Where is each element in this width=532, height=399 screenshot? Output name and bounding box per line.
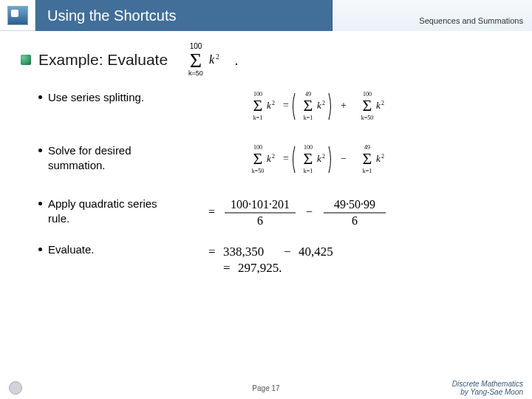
math-split: 100 Σ k=1 k2 = 49 Σ k=1 k2 + [179, 90, 517, 123]
bullet-dot-icon [38, 95, 42, 99]
bullet-icon [21, 55, 31, 65]
credit-line-2: by Yang-Sae Moon [452, 388, 523, 396]
bullet-dot-icon [38, 202, 42, 205]
svg-text:k=50: k=50 [252, 168, 265, 174]
step-text: Solve for desired summation. [48, 143, 179, 174]
svg-text:Σ: Σ [304, 96, 313, 115]
svg-text:2: 2 [216, 52, 219, 61]
step-row: Solve for desired summation. 100 Σ k=50 … [38, 143, 517, 176]
svg-text:k=1: k=1 [304, 168, 313, 174]
svg-text:k=50: k=50 [188, 69, 203, 77]
svg-text:=: = [283, 153, 289, 164]
svg-text:k: k [317, 100, 321, 111]
slide-content: Example: Evaluate 100 Σ k=50 k 2 . Use s… [21, 43, 517, 369]
slide-title: Using the Shortcuts [47, 7, 177, 24]
slide-footer: Page 17 Discrete Mathematics by Yang-Sae… [0, 377, 532, 399]
math-rule: = 100·101·201 6 − 49·50·99 6 [179, 197, 517, 229]
svg-text:=: = [208, 205, 215, 218]
svg-text:k=50: k=50 [361, 115, 374, 121]
svg-text:−: − [284, 245, 291, 259]
steps-list: Use series splitting. 100 Σ k=1 k2 = 49 … [38, 90, 517, 281]
svg-text:−: − [341, 153, 347, 164]
svg-text:=: = [208, 245, 216, 259]
example-prompt: Example: Evaluate 100 Σ k=50 k 2 . [21, 43, 517, 77]
step-row: Apply quadratic series rule. = 100·101·2… [38, 197, 517, 229]
logo-icon [7, 6, 28, 25]
svg-text:k: k [317, 153, 321, 164]
example-summation: 100 Σ k=50 k 2 [175, 43, 227, 77]
svg-text:338,350: 338,350 [223, 245, 264, 259]
example-period: . [234, 51, 239, 69]
svg-text:k=1: k=1 [304, 115, 313, 121]
svg-text:k: k [267, 153, 271, 164]
footer-logo-icon [9, 381, 22, 395]
svg-text:k=1: k=1 [253, 115, 263, 121]
svg-text:6: 6 [257, 214, 263, 227]
svg-text:k: k [376, 100, 381, 111]
svg-text:Σ: Σ [304, 149, 313, 168]
math-solve: 100 Σ k=50 k2 = 100 Σ k=1 k2 [179, 143, 517, 176]
example-label: Example: Evaluate [38, 51, 168, 69]
svg-text:2: 2 [322, 153, 325, 160]
slide-header: Using the Shortcuts [0, 0, 532, 31]
step-text: Apply quadratic series rule. [48, 197, 179, 227]
svg-text:2: 2 [381, 100, 384, 106]
math-eval2: = 297,925. [223, 259, 517, 281]
svg-text:Σ: Σ [363, 149, 372, 168]
svg-text:k: k [267, 100, 271, 111]
svg-text:k=1: k=1 [363, 168, 372, 174]
svg-text:Σ: Σ [190, 49, 202, 72]
footer-credit: Discrete Mathematics by Yang-Sae Moon [452, 380, 523, 396]
svg-text:=: = [223, 261, 231, 275]
svg-text:2: 2 [381, 153, 384, 160]
step-text: Use series splitting. [48, 90, 144, 105]
svg-text:2: 2 [322, 100, 325, 106]
svg-text:Σ: Σ [253, 96, 263, 115]
svg-text:6: 6 [352, 214, 358, 227]
svg-text:2: 2 [272, 100, 275, 106]
svg-text:k: k [209, 53, 215, 66]
page-number: Page 17 [252, 384, 279, 392]
title-band: Using the Shortcuts [35, 0, 332, 31]
step-text: Evaluate. [48, 242, 95, 257]
svg-text:Σ: Σ [363, 96, 372, 115]
svg-text:100·101·201: 100·101·201 [231, 198, 290, 211]
svg-text:40,425: 40,425 [299, 245, 333, 259]
bullet-dot-icon [38, 149, 42, 152]
svg-text:Σ: Σ [253, 149, 263, 168]
svg-text:2: 2 [272, 153, 275, 160]
header-logo [0, 0, 35, 31]
svg-text:=: = [283, 100, 289, 111]
credit-line-1: Discrete Mathematics [452, 380, 523, 388]
svg-text:−: − [306, 205, 313, 218]
chapter-label: Sequences and Summations [419, 16, 523, 25]
svg-text:k: k [376, 153, 381, 164]
svg-text:297,925.: 297,925. [238, 261, 282, 275]
step-row: Use series splitting. 100 Σ k=1 k2 = 49 … [38, 90, 517, 123]
svg-text:49·50·99: 49·50·99 [334, 198, 375, 211]
svg-text:+: + [341, 100, 347, 111]
bullet-dot-icon [38, 248, 42, 251]
